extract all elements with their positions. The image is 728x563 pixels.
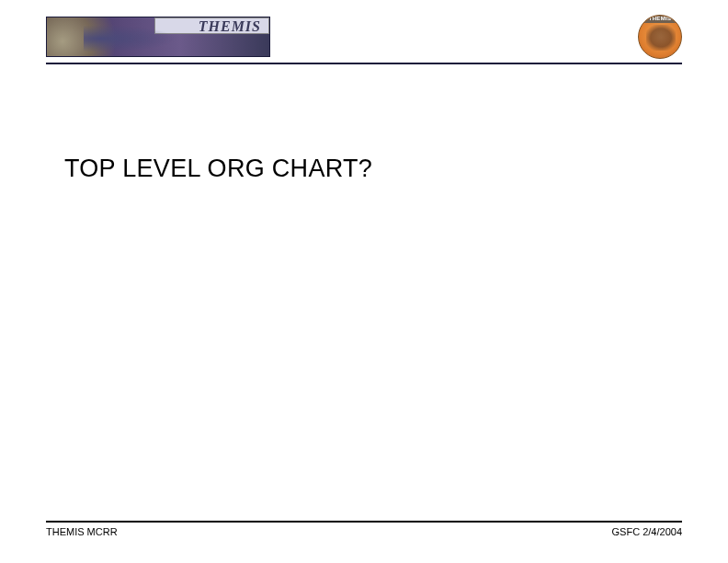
- themis-ribbon: THEMIS: [154, 17, 269, 34]
- badge-circle-icon: THEMIS: [638, 15, 682, 59]
- themis-logo-text: THEMIS: [199, 18, 261, 35]
- themis-logo: THEMIS: [46, 17, 270, 57]
- presentation-slide: THEMIS THEMIS TOP LEVEL ORG CHART? THEMI…: [0, 0, 728, 563]
- footer-row: THEMIS MCRR GSFC 2/4/2004: [46, 526, 682, 537]
- footer-right-text: GSFC 2/4/2004: [612, 526, 682, 537]
- slide-content: TOP LEVEL ORG CHART?: [64, 155, 664, 183]
- slide-title: TOP LEVEL ORG CHART?: [64, 155, 664, 183]
- mission-badge: THEMIS: [638, 15, 682, 59]
- slide-header: THEMIS THEMIS: [46, 17, 682, 68]
- slide-footer: THEMIS MCRR GSFC 2/4/2004: [46, 521, 682, 537]
- footer-divider: [46, 521, 682, 523]
- header-divider: [46, 63, 682, 64]
- footer-left-text: THEMIS MCRR: [46, 526, 118, 537]
- badge-label: THEMIS: [639, 15, 681, 23]
